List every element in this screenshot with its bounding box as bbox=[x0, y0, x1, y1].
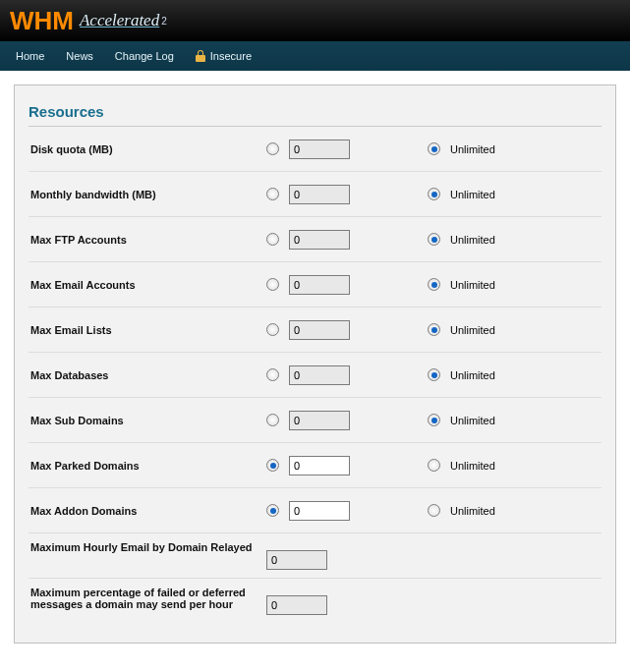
unlimited-label: Unlimited bbox=[450, 234, 495, 246]
unlimited-column: Unlimited bbox=[404, 504, 495, 517]
value-column bbox=[266, 140, 404, 159]
unlimited-radio[interactable] bbox=[428, 323, 440, 336]
unlimited-radio[interactable] bbox=[428, 233, 440, 246]
resources-form: Disk quota (MB)UnlimitedMonthly bandwidt… bbox=[29, 126, 601, 623]
value-column bbox=[266, 275, 404, 295]
header-bar: WHM Accelerated 2 bbox=[0, 0, 630, 41]
value-radio[interactable] bbox=[266, 504, 279, 517]
value-input[interactable] bbox=[289, 456, 350, 476]
logo-accelerated: Accelerated bbox=[80, 11, 159, 30]
unlimited-label: Unlimited bbox=[450, 460, 495, 472]
value-column bbox=[266, 595, 404, 615]
resource-label: Max Email Lists bbox=[29, 324, 266, 336]
resource-label: Maximum Hourly Email by Domain Relayed bbox=[29, 541, 266, 553]
resource-label: Max Sub Domains bbox=[29, 415, 266, 426]
unlimited-radio[interactable] bbox=[428, 142, 440, 155]
nav-news[interactable]: News bbox=[66, 50, 93, 62]
value-radio[interactable] bbox=[266, 368, 279, 381]
value-column bbox=[266, 320, 404, 340]
resource-label: Max Parked Domains bbox=[29, 460, 266, 472]
resource-label: Max Addon Domains bbox=[29, 505, 266, 517]
main-nav: Home News Change Log Insecure bbox=[0, 41, 630, 71]
value-radio[interactable] bbox=[266, 278, 279, 291]
unlimited-label: Unlimited bbox=[450, 189, 495, 200]
value-radio[interactable] bbox=[266, 323, 279, 336]
unlimited-column: Unlimited bbox=[404, 414, 495, 426]
resource-row: Max Parked DomainsUnlimited bbox=[29, 442, 601, 487]
unlimited-label: Unlimited bbox=[450, 143, 495, 155]
unlimited-radio[interactable] bbox=[428, 459, 440, 472]
unlimited-column: Unlimited bbox=[404, 278, 495, 291]
value-radio[interactable] bbox=[266, 233, 279, 246]
page-outer: Resources Disk quota (MB)UnlimitedMonthl… bbox=[0, 71, 630, 657]
resource-row: Maximum Hourly Email by Domain Relayed bbox=[29, 532, 601, 578]
value-input[interactable] bbox=[289, 365, 350, 385]
nav-home[interactable]: Home bbox=[16, 50, 44, 62]
unlimited-radio[interactable] bbox=[428, 368, 440, 381]
value-radio[interactable] bbox=[266, 459, 279, 472]
value-radio[interactable] bbox=[266, 414, 279, 426]
resource-label: Max Email Accounts bbox=[29, 279, 266, 291]
resource-row: Max Email ListsUnlimited bbox=[29, 307, 601, 352]
value-input[interactable] bbox=[266, 595, 327, 615]
unlimited-label: Unlimited bbox=[450, 369, 495, 381]
value-input[interactable] bbox=[289, 230, 350, 250]
logo-whm: WHM bbox=[10, 6, 74, 36]
unlimited-label: Unlimited bbox=[450, 505, 495, 517]
value-column bbox=[266, 230, 404, 250]
unlimited-column: Unlimited bbox=[404, 142, 495, 155]
value-column bbox=[266, 456, 404, 476]
resource-row: Max Sub DomainsUnlimited bbox=[29, 397, 601, 442]
value-input[interactable] bbox=[289, 320, 350, 340]
value-input[interactable] bbox=[289, 411, 350, 430]
resource-label: Disk quota (MB) bbox=[29, 143, 266, 155]
unlimited-radio[interactable] bbox=[428, 278, 440, 291]
value-input[interactable] bbox=[289, 501, 350, 521]
value-column bbox=[266, 185, 404, 204]
resource-row: Max Addon DomainsUnlimited bbox=[29, 487, 601, 532]
resource-label: Max FTP Accounts bbox=[29, 234, 266, 246]
value-input[interactable] bbox=[289, 275, 350, 295]
value-input[interactable] bbox=[266, 550, 327, 570]
unlimited-radio[interactable] bbox=[428, 414, 440, 426]
section-title: Resources bbox=[29, 97, 600, 126]
resource-row: Maximum percentage of failed or deferred… bbox=[29, 578, 601, 623]
value-column bbox=[266, 501, 404, 521]
resource-label: Monthly bandwidth (MB) bbox=[29, 189, 266, 200]
nav-insecure-label: Insecure bbox=[210, 50, 252, 62]
unlimited-column: Unlimited bbox=[404, 323, 495, 336]
unlimited-column: Unlimited bbox=[404, 188, 495, 200]
unlimited-radio[interactable] bbox=[428, 188, 440, 200]
value-column bbox=[266, 411, 404, 430]
resource-label: Max Databases bbox=[29, 369, 266, 381]
value-column bbox=[266, 365, 404, 385]
unlimited-column: Unlimited bbox=[404, 233, 495, 246]
resource-row: Monthly bandwidth (MB)Unlimited bbox=[29, 171, 601, 216]
nav-insecure[interactable]: Insecure bbox=[196, 50, 252, 62]
unlimited-column: Unlimited bbox=[404, 368, 495, 381]
value-radio[interactable] bbox=[266, 188, 279, 200]
resource-row: Disk quota (MB)Unlimited bbox=[29, 126, 601, 171]
nav-changelog[interactable]: Change Log bbox=[115, 50, 174, 62]
resource-row: Max DatabasesUnlimited bbox=[29, 352, 601, 397]
unlimited-label: Unlimited bbox=[450, 324, 495, 336]
unlimited-radio[interactable] bbox=[428, 504, 440, 517]
logo-sub: 2 bbox=[161, 16, 167, 27]
panel: Resources Disk quota (MB)UnlimitedMonthl… bbox=[14, 84, 616, 644]
value-input[interactable] bbox=[289, 185, 350, 204]
value-radio[interactable] bbox=[266, 142, 279, 155]
resource-label: Maximum percentage of failed or deferred… bbox=[29, 587, 266, 610]
unlimited-column: Unlimited bbox=[404, 459, 495, 472]
unlimited-label: Unlimited bbox=[450, 415, 495, 426]
resource-row: Max FTP AccountsUnlimited bbox=[29, 216, 601, 261]
lock-icon bbox=[196, 50, 205, 62]
value-input[interactable] bbox=[289, 140, 350, 159]
unlimited-label: Unlimited bbox=[450, 279, 495, 291]
value-column bbox=[266, 550, 404, 570]
resource-row: Max Email AccountsUnlimited bbox=[29, 261, 601, 307]
